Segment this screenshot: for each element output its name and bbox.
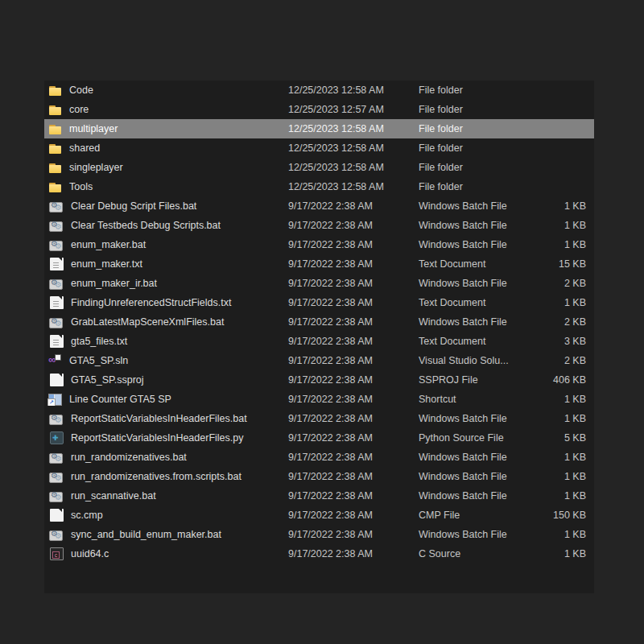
file-name: ReportStaticVariablesInHeaderFiles.py — [71, 432, 243, 444]
file-type: Windows Batch File — [419, 316, 539, 328]
file-type: CMP File — [419, 510, 539, 521]
file-name: GTA5_SP.sln — [69, 355, 128, 366]
file-size: 1 KB — [539, 200, 594, 212]
file-row[interactable]: ReportStaticVariablesInHeaderFiles.py 9/… — [44, 428, 594, 448]
file-name-cell: enum_maker.bat — [44, 239, 288, 251]
file-type: Text Document — [419, 297, 539, 308]
date-modified: 9/17/2022 2:38 AM — [288, 374, 419, 386]
file-name-cell: GTA5_SP.sln — [44, 354, 288, 368]
file-name-cell: run_randomizenatives.from.scripts.bat — [44, 471, 288, 483]
file-name-cell: GrabLatestMapSceneXmlFiles.bat — [44, 316, 288, 328]
date-modified: 9/17/2022 2:38 AM — [288, 510, 419, 521]
file-row[interactable]: enum_maker_ir.bat 9/17/2022 2:38 AM Wind… — [44, 274, 594, 293]
file-row[interactable]: run_randomizenatives.from.scripts.bat 9/… — [44, 467, 594, 486]
file-name-cell: Clear Debug Script Files.bat — [44, 200, 288, 213]
file-row[interactable]: GTA5_SP.sln 9/17/2022 2:38 AM Visual Stu… — [44, 351, 594, 370]
file-row[interactable]: Line Counter GTA5 SP 9/17/2022 2:38 AM S… — [44, 390, 594, 409]
file-size: 1 KB — [539, 413, 594, 424]
bat-icon — [49, 473, 63, 483]
file-name: ReportStaticVariablesInHeaderFiles.bat — [71, 413, 247, 424]
file-name-cell: run_scannative.bat — [44, 490, 288, 502]
date-modified: 9/17/2022 2:38 AM — [288, 529, 419, 540]
file-size: 1 KB — [539, 297, 594, 308]
file-list: Code 12/25/2023 12:58 AM File folder cor… — [44, 80, 594, 564]
file-row[interactable]: GTA5_SP.ssproj 9/17/2022 2:38 AM SSPROJ … — [44, 370, 594, 390]
file-name: enum_maker.bat — [71, 239, 146, 250]
file-type: Windows Batch File — [419, 452, 539, 463]
file-name: Tools — [69, 181, 93, 192]
file-row[interactable]: FindingUnreferencedStructFields.txt 9/17… — [44, 293, 594, 312]
file-size: 2 KB — [539, 278, 594, 289]
file-size: 1 KB — [539, 220, 594, 231]
file-size: 5 KB — [539, 432, 594, 444]
file-row[interactable]: Clear Debug Script Files.bat 9/17/2022 2… — [44, 196, 594, 216]
file-name-cell: Tools — [44, 180, 288, 194]
file-row[interactable]: Tools 12/25/2023 12:58 AM File folder — [44, 177, 594, 196]
file-row[interactable]: enum_maker.txt 9/17/2022 2:38 AM Text Do… — [44, 254, 594, 274]
date-modified: 9/17/2022 2:38 AM — [288, 490, 419, 502]
file-name: Code — [69, 85, 93, 96]
file-type: C Source — [419, 548, 539, 559]
file-type: Shortcut — [419, 394, 539, 405]
file-row[interactable]: Clear Testbeds Debug Scripts.bat 9/17/20… — [44, 216, 594, 235]
file-icon — [50, 374, 64, 386]
file-row[interactable]: gta5_files.txt 9/17/2022 2:38 AM Text Do… — [44, 332, 594, 351]
file-size: 2 KB — [539, 316, 594, 328]
file-row[interactable]: sync_and_build_enum_maker.bat 9/17/2022 … — [44, 525, 594, 544]
date-modified: 12/25/2023 12:58 AM — [288, 142, 419, 154]
file-type: File folder — [419, 162, 539, 173]
file-name: enum_maker.txt — [71, 258, 142, 270]
file-size: 1 KB — [539, 548, 594, 559]
file-row[interactable]: run_randomizenatives.bat 9/17/2022 2:38 … — [44, 448, 594, 467]
file-row[interactable]: run_scannative.bat 9/17/2022 2:38 AM Win… — [44, 486, 594, 506]
bat-icon — [49, 221, 63, 232]
file-name: uuid64.c — [71, 548, 109, 559]
file-name: core — [69, 104, 89, 115]
file-type: File folder — [419, 123, 539, 134]
file-name-cell: enum_maker.txt — [44, 258, 288, 270]
date-modified: 9/17/2022 2:38 AM — [288, 316, 419, 328]
file-size: 1 KB — [539, 471, 594, 482]
folder-icon — [48, 122, 62, 136]
file-name: GrabLatestMapSceneXmlFiles.bat — [71, 316, 224, 328]
file-type: Text Document — [419, 258, 539, 270]
file-name-cell: Code — [44, 84, 288, 97]
date-modified: 9/17/2022 2:38 AM — [288, 220, 419, 231]
file-type: Windows Batch File — [419, 220, 539, 231]
file-type: Windows Batch File — [419, 490, 539, 502]
folder-icon — [48, 84, 62, 97]
file-size: 3 KB — [539, 336, 594, 347]
file-row[interactable]: singleplayer 12/25/2023 12:58 AM File fo… — [44, 158, 594, 177]
txt-icon — [50, 296, 64, 309]
file-name: enum_maker_ir.bat — [71, 278, 157, 289]
file-type: Windows Batch File — [419, 471, 539, 482]
file-name-cell: uuid64.c — [44, 547, 288, 560]
file-row[interactable]: ReportStaticVariablesInHeaderFiles.bat 9… — [44, 409, 594, 428]
file-name-cell: run_randomizenatives.bat — [44, 452, 288, 464]
file-row[interactable]: core 12/25/2023 12:57 AM File folder — [44, 100, 594, 119]
file-name: run_randomizenatives.from.scripts.bat — [71, 471, 242, 482]
sln-icon — [48, 354, 62, 368]
file-row[interactable]: sc.cmp 9/17/2022 2:38 AM CMP File 150 KB — [44, 506, 594, 525]
file-row[interactable]: uuid64.c 9/17/2022 2:38 AM C Source 1 KB — [44, 544, 594, 564]
file-name: sc.cmp — [71, 510, 103, 521]
date-modified: 9/17/2022 2:38 AM — [288, 432, 419, 444]
date-modified: 12/25/2023 12:58 AM — [288, 181, 419, 192]
bat-icon — [49, 279, 63, 290]
date-modified: 9/17/2022 2:38 AM — [288, 278, 419, 289]
file-row[interactable]: Code 12/25/2023 12:58 AM File folder — [44, 80, 594, 100]
file-name-cell: Clear Testbeds Debug Scripts.bat — [44, 220, 288, 232]
file-row[interactable]: GrabLatestMapSceneXmlFiles.bat 9/17/2022… — [44, 312, 594, 332]
date-modified: 9/17/2022 2:38 AM — [288, 471, 419, 482]
file-size: 1 KB — [539, 529, 594, 540]
file-size: 1 KB — [539, 394, 594, 405]
file-name: Clear Testbeds Debug Scripts.bat — [71, 220, 221, 231]
date-modified: 12/25/2023 12:58 AM — [288, 85, 419, 96]
date-modified: 9/17/2022 2:38 AM — [288, 258, 419, 270]
file-type: File folder — [419, 142, 539, 154]
file-row[interactable]: enum_maker.bat 9/17/2022 2:38 AM Windows… — [44, 235, 594, 254]
file-row[interactable]: multiplayer 12/25/2023 12:58 AM File fol… — [44, 119, 594, 138]
file-type: Windows Batch File — [419, 239, 539, 250]
file-row[interactable]: shared 12/25/2023 12:58 AM File folder — [44, 138, 594, 158]
file-name: Line Counter GTA5 SP — [69, 394, 171, 405]
